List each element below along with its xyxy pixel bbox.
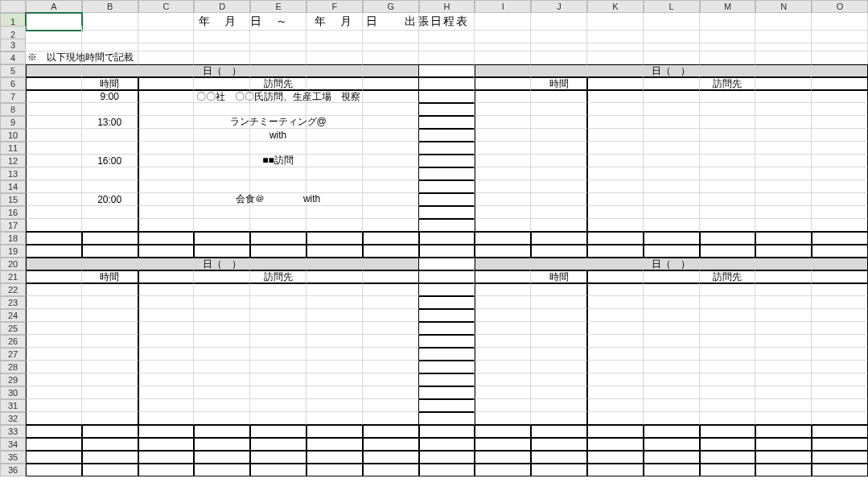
cell-B35[interactable] (82, 451, 138, 464)
col-header-I[interactable]: I (475, 0, 531, 13)
cell-D13[interactable] (194, 167, 250, 180)
row-header-4[interactable]: 4 (0, 52, 26, 64)
cell-M15[interactable] (700, 193, 756, 206)
cell-B20[interactable] (82, 258, 138, 270)
cell-I12[interactable] (475, 155, 531, 167)
cell-N22[interactable] (755, 283, 812, 296)
cell-K13[interactable] (587, 167, 644, 180)
cell-G10[interactable] (363, 129, 419, 142)
cell-C8[interactable] (138, 103, 195, 116)
cell-C5[interactable] (138, 64, 195, 77)
cell-J17[interactable] (531, 219, 587, 232)
sched-dest-0[interactable]: 〇〇社 〇〇氏訪問、生産工場 視察 (250, 90, 306, 103)
cell-H34[interactable] (419, 438, 475, 451)
cell-I31[interactable] (475, 399, 531, 412)
cell-K23[interactable] (587, 296, 644, 309)
cell-G24[interactable] (363, 309, 419, 322)
cell-G35[interactable] (363, 451, 419, 464)
cell-C28[interactable] (138, 361, 195, 373)
cell-F18[interactable] (306, 232, 363, 245)
cell-M11[interactable] (700, 142, 756, 155)
cell-F32[interactable] (306, 412, 363, 425)
cell-A14[interactable] (26, 180, 82, 193)
cell-A13[interactable] (26, 167, 82, 180)
row-header-6[interactable]: 6 (0, 77, 26, 90)
cell-K9[interactable] (587, 116, 644, 129)
cell-O3[interactable] (812, 39, 868, 52)
cell-D27[interactable] (194, 348, 250, 361)
cell-H35[interactable] (419, 451, 475, 464)
cell-C25[interactable] (138, 322, 195, 335)
cell-C20[interactable] (138, 258, 195, 270)
cell-B5[interactable] (82, 64, 138, 77)
cell-J12[interactable] (531, 155, 587, 167)
row-header-9[interactable]: 9 (0, 116, 26, 129)
cell-I28[interactable] (475, 361, 531, 373)
cell-N5[interactable] (755, 64, 812, 77)
cell-D10[interactable] (194, 129, 250, 142)
cell-N28[interactable] (755, 361, 812, 373)
cell-K30[interactable] (587, 386, 644, 399)
cell-J15[interactable] (531, 193, 587, 206)
row-header-23[interactable]: 23 (0, 296, 26, 309)
col-time-1[interactable]: 時間 (82, 77, 138, 90)
cell-N3[interactable] (755, 39, 812, 52)
cell-F30[interactable] (306, 386, 363, 399)
cell-I13[interactable] (475, 167, 531, 180)
cell-N36[interactable] (755, 464, 812, 476)
cell-I23[interactable] (475, 296, 531, 309)
cell-L13[interactable] (644, 167, 700, 180)
cell-O21[interactable] (812, 270, 868, 283)
cell-D3[interactable] (194, 39, 250, 52)
cell-B36[interactable] (82, 464, 138, 476)
col-header-L[interactable]: L (644, 0, 700, 13)
cell-C34[interactable] (138, 438, 195, 451)
cell-C10[interactable] (138, 129, 195, 142)
cell-I19[interactable] (475, 245, 531, 258)
cell-C7[interactable] (138, 90, 195, 103)
cell-A30[interactable] (26, 386, 82, 399)
day-header-4[interactable]: 日（ ） (644, 258, 700, 270)
cell-H28[interactable] (419, 361, 475, 373)
cell-L15[interactable] (644, 193, 700, 206)
cell-L21[interactable] (644, 270, 700, 283)
cell-I33[interactable] (475, 425, 531, 438)
sched-time-3[interactable]: 16:00 (82, 155, 138, 167)
cell-N33[interactable] (755, 425, 812, 438)
cell-A17[interactable] (26, 219, 82, 232)
cell-G29[interactable] (363, 373, 419, 386)
cell-O18[interactable] (812, 232, 868, 245)
cell-M9[interactable] (700, 116, 756, 129)
cell-F15[interactable] (306, 193, 363, 206)
cell-E11[interactable] (250, 142, 306, 155)
cell-L3[interactable] (644, 39, 700, 52)
col-header-A[interactable]: A (26, 0, 82, 13)
row-header-34[interactable]: 34 (0, 438, 26, 451)
cell-B33[interactable] (82, 425, 138, 438)
cell-A29[interactable] (26, 373, 82, 386)
cell-M7[interactable] (700, 90, 756, 103)
row-header-33[interactable]: 33 (0, 425, 26, 438)
cell-O17[interactable] (812, 219, 868, 232)
cell-N31[interactable] (755, 399, 812, 412)
cell-J20[interactable] (531, 258, 587, 270)
cell-K16[interactable] (587, 206, 644, 219)
cell-K3[interactable] (587, 39, 644, 52)
cell-F22[interactable] (306, 283, 363, 296)
cell-F3[interactable] (306, 39, 363, 52)
cell-C24[interactable] (138, 309, 195, 322)
cell-J32[interactable] (531, 412, 587, 425)
cell-G19[interactable] (363, 245, 419, 258)
cell-D35[interactable] (194, 451, 250, 464)
cell-A32[interactable] (26, 412, 82, 425)
cell-N13[interactable] (755, 167, 812, 180)
cell-D22[interactable] (194, 283, 250, 296)
cell-B19[interactable] (82, 245, 138, 258)
row-header-15[interactable]: 15 (0, 193, 26, 206)
cell-M5[interactable] (700, 64, 756, 77)
cell-J10[interactable] (531, 129, 587, 142)
cell-N30[interactable] (755, 386, 812, 399)
cell-K33[interactable] (587, 425, 644, 438)
cell-G36[interactable] (363, 464, 419, 476)
cell-A3[interactable] (26, 39, 82, 52)
